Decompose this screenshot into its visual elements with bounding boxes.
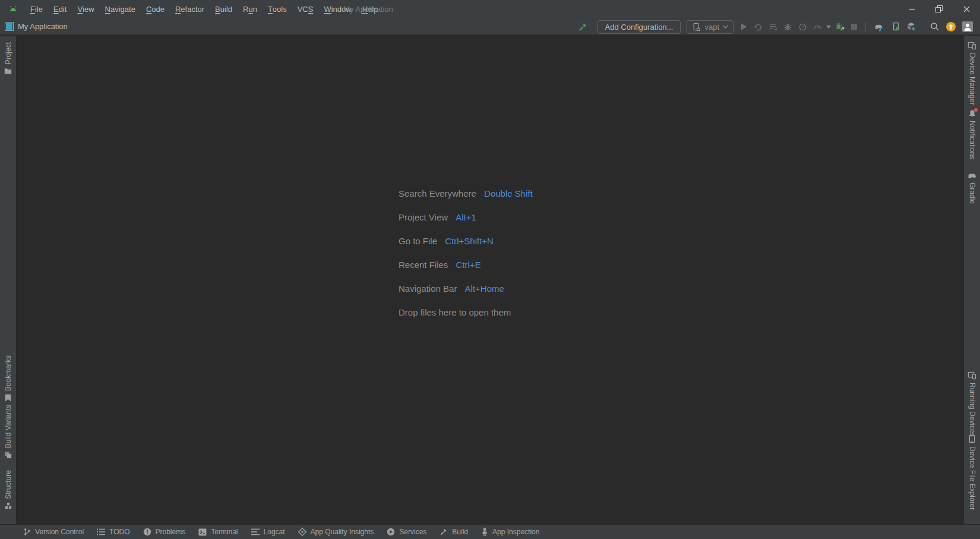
bookmark-icon [5,394,11,402]
shortcut-action: Project View [399,212,448,222]
tool-button-bookmarks-label: Bookmarks [4,355,12,391]
shortcut-action: Search Everywhere [399,188,476,198]
build-project-button[interactable] [575,20,591,34]
update-icon [946,21,956,32]
tool-button-device-file-explorer[interactable]: Device File Explorer [964,434,980,510]
attach-debugger-button[interactable] [832,20,848,34]
tool-button-project-label: Project [4,42,12,64]
folder-icon [4,67,12,74]
branch-icon [23,528,31,536]
status-label: Logcat [264,528,285,536]
tool-button-app-quality-insights[interactable]: App Quality Insights [292,525,381,539]
menu-tools[interactable]: Tools [263,0,292,18]
run-options-chevron-icon[interactable] [825,20,832,34]
menu-code[interactable]: Code [141,0,170,18]
tool-button-notifications-label: Notifications [968,121,976,159]
coverage-button[interactable] [810,20,825,34]
device-selector-dropdown[interactable]: vapt [687,20,734,34]
menu-vcs[interactable]: VCS [292,0,319,18]
apply-code-changes-button[interactable] [766,20,780,34]
status-label: Version Control [35,528,84,536]
close-icon[interactable] [953,0,980,18]
add-configuration-button[interactable]: Add Configuration... [598,20,681,34]
search-everywhere-button[interactable] [927,20,943,34]
status-label: Build [452,528,468,536]
breadcrumb-project-name: My Application [18,22,68,31]
tool-button-gradle-label: Gradle [968,182,976,204]
window-controls [898,0,980,18]
device-manager-button[interactable] [888,20,903,34]
restore-icon[interactable] [925,0,953,18]
tool-button-notifications[interactable]: Notifications [964,109,980,159]
avatar[interactable] [959,20,976,34]
shortcut-keys: Alt+1 [456,212,476,222]
breadcrumb[interactable]: My Application [5,22,68,31]
tool-button-structure-label: Structure [4,470,12,499]
tool-button-build-variants[interactable]: Build Variants [0,405,16,459]
tool-button-device-manager[interactable]: Device Manager [964,41,980,105]
gradle-icon [968,172,977,179]
terminal-icon [198,528,207,536]
build-hammer-icon [440,528,448,536]
ide-update-button[interactable] [943,20,959,34]
editor-area[interactable]: Search Everywhere Double Shift Project V… [17,36,963,524]
menu-navigate[interactable]: Navigate [100,0,141,18]
status-label: Services [399,528,426,536]
shortcut-row: Project View Alt+1 [399,206,533,229]
tool-button-services[interactable]: Services [380,525,433,539]
tool-button-device-manager-label: Device Manager [968,53,976,105]
app-quality-insights-icon [298,528,306,536]
todo-icon [97,528,105,535]
tool-button-project[interactable]: Project [0,42,16,74]
menu-build[interactable]: Build [210,0,238,18]
minimize-icon[interactable] [898,0,925,18]
tool-button-gradle[interactable]: Gradle [964,172,980,204]
tool-button-logcat[interactable]: Logcat [245,525,292,539]
tool-button-running-devices[interactable]: Running Devices [964,371,980,437]
menu-items: File Edit View Navigate Code Refactor Bu… [25,0,383,18]
shortcut-keys: Double Shift [484,188,533,198]
tool-button-build[interactable]: Build [433,525,475,539]
tool-button-app-inspection[interactable]: App Inspection [475,525,546,539]
stop-button[interactable] [848,20,861,34]
notification-badge [974,108,978,112]
shortcut-action: Navigation Bar [399,283,457,294]
tool-button-bookmarks[interactable]: Bookmarks [0,355,16,402]
phone-icon [968,434,976,443]
drop-files-hint: Drop files here to open them [399,301,533,324]
debug-button[interactable] [780,20,795,34]
menu-edit[interactable]: Edit [48,0,72,18]
project-module-icon [5,22,14,31]
device-icon [692,23,701,31]
user-avatar-icon [962,21,973,32]
tool-button-terminal[interactable]: Terminal [192,525,244,539]
run-button[interactable] [736,20,751,34]
menu-bar: File Edit View Navigate Code Refactor Bu… [0,0,980,18]
apply-changes-button[interactable] [751,20,766,34]
gradle-sync-button[interactable] [871,20,888,34]
menu-refactor[interactable]: Refactor [170,0,210,18]
tool-button-version-control[interactable]: Version Control [17,525,90,539]
shortcut-keys: Alt+Home [465,283,504,294]
profile-button[interactable] [795,20,810,34]
chevron-down-icon [723,25,728,29]
editor-empty-state: Search Everywhere Double Shift Project V… [399,182,533,324]
sdk-manager-button[interactable] [903,20,919,34]
shortcut-row: Navigation Bar Alt+Home [399,277,533,301]
shortcut-row: Go to File Ctrl+Shift+N [399,229,533,253]
shortcut-keys: Ctrl+E [456,260,481,270]
status-label: App Quality Insights [311,528,374,536]
toolbar-separator [865,22,866,32]
status-bar: Version Control TODO Problems Terminal [0,524,980,539]
menu-run[interactable]: Run [238,0,263,18]
tool-button-structure[interactable]: Structure [0,470,16,509]
right-tool-stripe: Device Manager Notifications Gradle [963,36,980,524]
device-selector-value: vapt [704,23,719,31]
shortcut-keys: Ctrl+Shift+N [445,236,494,246]
tool-button-todo[interactable]: TODO [90,525,136,539]
menu-view[interactable]: View [72,0,99,18]
tool-button-problems[interactable]: Problems [137,525,192,539]
menu-file[interactable]: File [25,0,48,18]
build-variants-icon [4,451,12,459]
tool-button-running-devices-label: Running Devices [968,383,976,437]
